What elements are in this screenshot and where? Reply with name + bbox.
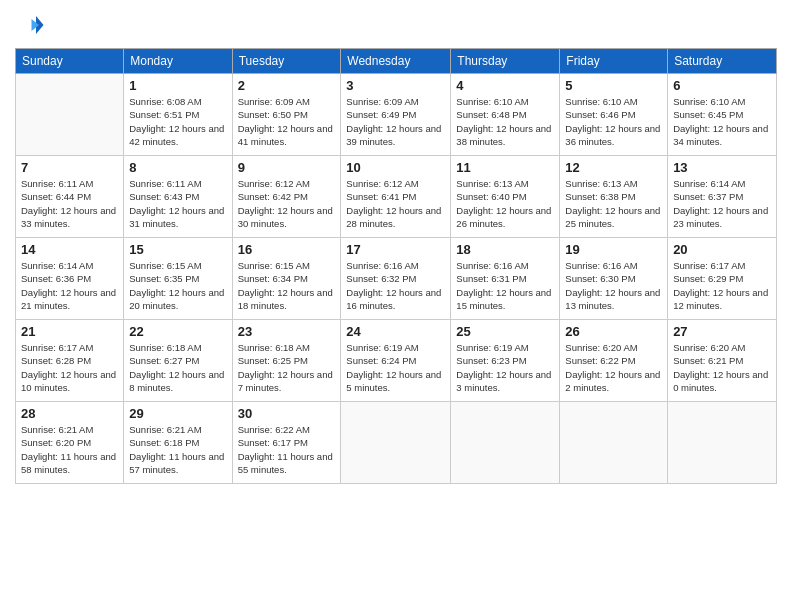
day-info: Sunrise: 6:17 AM Sunset: 6:28 PM Dayligh…: [21, 341, 118, 394]
day-info: Sunrise: 6:14 AM Sunset: 6:36 PM Dayligh…: [21, 259, 118, 312]
day-info: Sunrise: 6:12 AM Sunset: 6:42 PM Dayligh…: [238, 177, 336, 230]
calendar-cell: 5 Sunrise: 6:10 AM Sunset: 6:46 PM Dayli…: [560, 74, 668, 156]
calendar-cell: 12 Sunrise: 6:13 AM Sunset: 6:38 PM Dayl…: [560, 156, 668, 238]
day-number: 29: [129, 406, 226, 421]
day-info: Sunrise: 6:14 AM Sunset: 6:37 PM Dayligh…: [673, 177, 771, 230]
calendar-cell: 8 Sunrise: 6:11 AM Sunset: 6:43 PM Dayli…: [124, 156, 232, 238]
calendar-cell: 10 Sunrise: 6:12 AM Sunset: 6:41 PM Dayl…: [341, 156, 451, 238]
calendar-cell: 18 Sunrise: 6:16 AM Sunset: 6:31 PM Dayl…: [451, 238, 560, 320]
calendar-cell: [668, 402, 777, 484]
day-info: Sunrise: 6:19 AM Sunset: 6:24 PM Dayligh…: [346, 341, 445, 394]
calendar-cell: 27 Sunrise: 6:20 AM Sunset: 6:21 PM Dayl…: [668, 320, 777, 402]
day-info: Sunrise: 6:18 AM Sunset: 6:25 PM Dayligh…: [238, 341, 336, 394]
day-info: Sunrise: 6:09 AM Sunset: 6:50 PM Dayligh…: [238, 95, 336, 148]
day-info: Sunrise: 6:13 AM Sunset: 6:40 PM Dayligh…: [456, 177, 554, 230]
day-info: Sunrise: 6:20 AM Sunset: 6:21 PM Dayligh…: [673, 341, 771, 394]
calendar-cell: 22 Sunrise: 6:18 AM Sunset: 6:27 PM Dayl…: [124, 320, 232, 402]
calendar-cell: 9 Sunrise: 6:12 AM Sunset: 6:42 PM Dayli…: [232, 156, 341, 238]
day-number: 12: [565, 160, 662, 175]
calendar-cell: 4 Sunrise: 6:10 AM Sunset: 6:48 PM Dayli…: [451, 74, 560, 156]
day-header-tuesday: Tuesday: [232, 49, 341, 74]
day-info: Sunrise: 6:22 AM Sunset: 6:17 PM Dayligh…: [238, 423, 336, 476]
day-info: Sunrise: 6:19 AM Sunset: 6:23 PM Dayligh…: [456, 341, 554, 394]
day-number: 14: [21, 242, 118, 257]
week-row-4: 21 Sunrise: 6:17 AM Sunset: 6:28 PM Dayl…: [16, 320, 777, 402]
day-info: Sunrise: 6:18 AM Sunset: 6:27 PM Dayligh…: [129, 341, 226, 394]
day-header-friday: Friday: [560, 49, 668, 74]
day-info: Sunrise: 6:13 AM Sunset: 6:38 PM Dayligh…: [565, 177, 662, 230]
day-number: 22: [129, 324, 226, 339]
day-header-monday: Monday: [124, 49, 232, 74]
calendar-cell: [560, 402, 668, 484]
day-number: 4: [456, 78, 554, 93]
day-number: 7: [21, 160, 118, 175]
day-number: 23: [238, 324, 336, 339]
day-number: 10: [346, 160, 445, 175]
day-number: 1: [129, 78, 226, 93]
week-row-5: 28 Sunrise: 6:21 AM Sunset: 6:20 PM Dayl…: [16, 402, 777, 484]
week-row-1: 1 Sunrise: 6:08 AM Sunset: 6:51 PM Dayli…: [16, 74, 777, 156]
day-info: Sunrise: 6:09 AM Sunset: 6:49 PM Dayligh…: [346, 95, 445, 148]
calendar-cell: 11 Sunrise: 6:13 AM Sunset: 6:40 PM Dayl…: [451, 156, 560, 238]
day-number: 19: [565, 242, 662, 257]
day-number: 17: [346, 242, 445, 257]
week-row-2: 7 Sunrise: 6:11 AM Sunset: 6:44 PM Dayli…: [16, 156, 777, 238]
calendar-cell: 28 Sunrise: 6:21 AM Sunset: 6:20 PM Dayl…: [16, 402, 124, 484]
day-number: 26: [565, 324, 662, 339]
day-number: 20: [673, 242, 771, 257]
day-number: 27: [673, 324, 771, 339]
day-number: 24: [346, 324, 445, 339]
calendar-cell: 19 Sunrise: 6:16 AM Sunset: 6:30 PM Dayl…: [560, 238, 668, 320]
day-info: Sunrise: 6:10 AM Sunset: 6:45 PM Dayligh…: [673, 95, 771, 148]
day-info: Sunrise: 6:16 AM Sunset: 6:30 PM Dayligh…: [565, 259, 662, 312]
calendar-cell: 3 Sunrise: 6:09 AM Sunset: 6:49 PM Dayli…: [341, 74, 451, 156]
calendar-cell: 21 Sunrise: 6:17 AM Sunset: 6:28 PM Dayl…: [16, 320, 124, 402]
day-number: 28: [21, 406, 118, 421]
header: [15, 10, 777, 40]
day-info: Sunrise: 6:12 AM Sunset: 6:41 PM Dayligh…: [346, 177, 445, 230]
calendar-cell: 17 Sunrise: 6:16 AM Sunset: 6:32 PM Dayl…: [341, 238, 451, 320]
day-number: 21: [21, 324, 118, 339]
day-info: Sunrise: 6:10 AM Sunset: 6:46 PM Dayligh…: [565, 95, 662, 148]
day-info: Sunrise: 6:20 AM Sunset: 6:22 PM Dayligh…: [565, 341, 662, 394]
day-number: 13: [673, 160, 771, 175]
calendar-cell: 13 Sunrise: 6:14 AM Sunset: 6:37 PM Dayl…: [668, 156, 777, 238]
calendar-cell: 30 Sunrise: 6:22 AM Sunset: 6:17 PM Dayl…: [232, 402, 341, 484]
calendar-header-row: SundayMondayTuesdayWednesdayThursdayFrid…: [16, 49, 777, 74]
day-info: Sunrise: 6:21 AM Sunset: 6:20 PM Dayligh…: [21, 423, 118, 476]
day-number: 16: [238, 242, 336, 257]
day-number: 11: [456, 160, 554, 175]
day-number: 5: [565, 78, 662, 93]
day-info: Sunrise: 6:16 AM Sunset: 6:31 PM Dayligh…: [456, 259, 554, 312]
day-info: Sunrise: 6:15 AM Sunset: 6:35 PM Dayligh…: [129, 259, 226, 312]
calendar-cell: 15 Sunrise: 6:15 AM Sunset: 6:35 PM Dayl…: [124, 238, 232, 320]
calendar-cell: 20 Sunrise: 6:17 AM Sunset: 6:29 PM Dayl…: [668, 238, 777, 320]
calendar-cell: 16 Sunrise: 6:15 AM Sunset: 6:34 PM Dayl…: [232, 238, 341, 320]
day-number: 9: [238, 160, 336, 175]
day-info: Sunrise: 6:21 AM Sunset: 6:18 PM Dayligh…: [129, 423, 226, 476]
calendar-cell: 26 Sunrise: 6:20 AM Sunset: 6:22 PM Dayl…: [560, 320, 668, 402]
calendar-cell: 29 Sunrise: 6:21 AM Sunset: 6:18 PM Dayl…: [124, 402, 232, 484]
day-info: Sunrise: 6:11 AM Sunset: 6:44 PM Dayligh…: [21, 177, 118, 230]
logo-icon: [15, 10, 45, 40]
calendar-cell: 1 Sunrise: 6:08 AM Sunset: 6:51 PM Dayli…: [124, 74, 232, 156]
calendar-cell: [341, 402, 451, 484]
calendar-cell: 6 Sunrise: 6:10 AM Sunset: 6:45 PM Dayli…: [668, 74, 777, 156]
day-number: 3: [346, 78, 445, 93]
calendar-cell: 24 Sunrise: 6:19 AM Sunset: 6:24 PM Dayl…: [341, 320, 451, 402]
day-info: Sunrise: 6:15 AM Sunset: 6:34 PM Dayligh…: [238, 259, 336, 312]
page: SundayMondayTuesdayWednesdayThursdayFrid…: [0, 0, 792, 612]
calendar-cell: [16, 74, 124, 156]
calendar-cell: 14 Sunrise: 6:14 AM Sunset: 6:36 PM Dayl…: [16, 238, 124, 320]
day-number: 18: [456, 242, 554, 257]
calendar-cell: 7 Sunrise: 6:11 AM Sunset: 6:44 PM Dayli…: [16, 156, 124, 238]
calendar-cell: [451, 402, 560, 484]
day-header-wednesday: Wednesday: [341, 49, 451, 74]
day-number: 15: [129, 242, 226, 257]
calendar-cell: 25 Sunrise: 6:19 AM Sunset: 6:23 PM Dayl…: [451, 320, 560, 402]
day-number: 6: [673, 78, 771, 93]
day-header-sunday: Sunday: [16, 49, 124, 74]
day-header-thursday: Thursday: [451, 49, 560, 74]
day-number: 25: [456, 324, 554, 339]
day-number: 2: [238, 78, 336, 93]
